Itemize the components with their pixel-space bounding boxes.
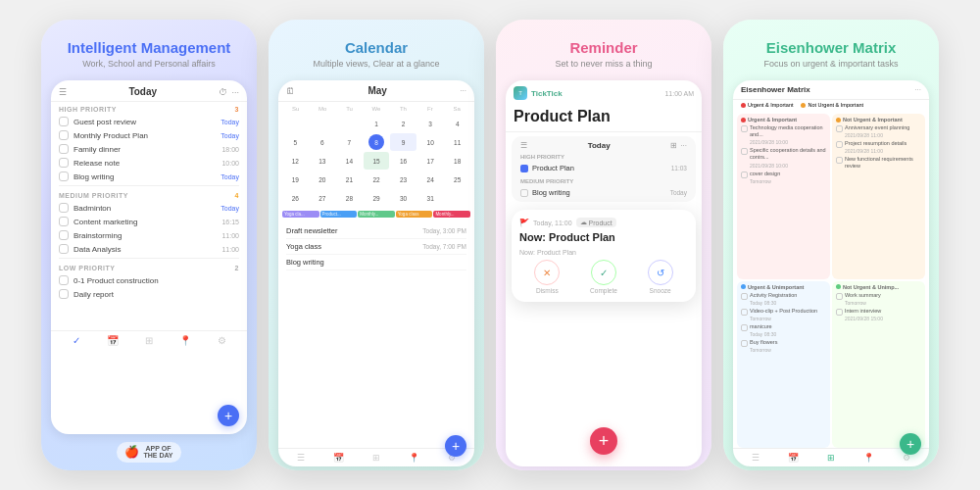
cal-cell[interactable]: 17: [417, 152, 444, 170]
add-matrix-task-button[interactable]: +: [900, 433, 921, 455]
matrix-nav-1[interactable]: ☰: [752, 453, 760, 463]
cal-cell[interactable]: 16: [390, 152, 416, 170]
cal-cell[interactable]: 6: [310, 133, 336, 151]
q2-task: Project resumption details 2021/09/28 11…: [836, 140, 921, 154]
day-tu: Tu: [336, 105, 363, 113]
cal-cell[interactable]: 30: [390, 189, 416, 207]
nav-icon-2[interactable]: 📅: [333, 453, 344, 463]
cal-more-icon: ···: [460, 86, 466, 95]
legend-not-urgent-important: Not Urgent & Important: [801, 102, 863, 108]
cal-cell[interactable]: 11: [444, 133, 470, 151]
more-icon: ···: [231, 87, 239, 97]
cal-cell[interactable]: 22: [364, 171, 390, 188]
nav-gear-icon[interactable]: ⚙: [218, 335, 226, 346]
cal-cell[interactable]: 5: [282, 133, 309, 151]
q1-checkbox[interactable]: [741, 125, 748, 132]
complete-button[interactable]: ✓ Complete: [590, 260, 617, 294]
cal-cell-today[interactable]: 8: [368, 134, 384, 150]
add-event-button[interactable]: +: [445, 435, 466, 457]
task-checkbox[interactable]: [59, 117, 69, 126]
task-checkbox[interactable]: [59, 158, 69, 168]
card-4-screen: Eisenhower Matrix ··· Urgent & Important…: [733, 80, 929, 466]
matrix-nav-2[interactable]: 📅: [788, 453, 799, 463]
reminder-fab[interactable]: +: [590, 427, 617, 455]
q3-checkbox[interactable]: [741, 309, 748, 316]
q3-checkbox[interactable]: [741, 340, 748, 347]
cal-cell[interactable]: 28: [336, 189, 363, 207]
q1-task: Technology media cooperation and... 2021…: [741, 124, 826, 145]
cal-cell[interactable]: 26: [282, 189, 309, 207]
task-checkbox[interactable]: [59, 230, 69, 240]
q3-checkbox[interactable]: [741, 324, 748, 331]
q2-checkbox[interactable]: [836, 125, 843, 132]
q4-checkbox[interactable]: [836, 293, 843, 300]
task-checkbox[interactable]: [59, 217, 69, 226]
task-checkbox[interactable]: [59, 275, 69, 285]
cal-cell[interactable]: 3: [417, 115, 444, 132]
q1-checkbox[interactable]: [741, 148, 748, 155]
q3-task-time: Tomorrow: [750, 347, 777, 353]
cal-cell[interactable]: 2: [390, 115, 416, 132]
cal-cell[interactable]: 14: [336, 152, 363, 170]
matrix-nav-3[interactable]: ⊞: [827, 453, 835, 463]
day-fr: Fr: [416, 105, 443, 113]
cal-cell[interactable]: 24: [417, 171, 444, 188]
cal-cell[interactable]: 12: [282, 152, 309, 170]
nav-loc-icon[interactable]: 📍: [179, 335, 191, 346]
q1-task: Specific cooperation details and contrs.…: [741, 147, 826, 168]
task-checkbox[interactable]: [59, 289, 69, 299]
q4-checkbox[interactable]: [836, 309, 843, 316]
task-checkbox[interactable]: [59, 203, 69, 213]
cal-cell[interactable]: 21: [336, 171, 363, 188]
quadrant-not-urgent-unimportant: Not Urgent & Unimp... Work summary Tomor…: [832, 281, 925, 448]
cal-cell[interactable]: 4: [444, 115, 470, 132]
nav-icon-4[interactable]: 📍: [409, 453, 419, 463]
cal-cell[interactable]: 27: [310, 189, 336, 207]
task-checkbox[interactable]: [59, 244, 69, 254]
task-time: 18:00: [221, 146, 239, 153]
nav-icon-1[interactable]: ☰: [297, 453, 305, 463]
q3-checkbox[interactable]: [741, 293, 748, 300]
cal-cell[interactable]: 18: [444, 152, 470, 170]
reminder-add-icon[interactable]: +: [590, 427, 617, 455]
cal-cell[interactable]: 9: [390, 133, 416, 151]
complete-circle[interactable]: ✓: [591, 260, 616, 285]
task-checkbox[interactable]: [59, 144, 69, 154]
nav-icon-3[interactable]: ⊞: [372, 453, 380, 463]
cal-cell[interactable]: [310, 115, 336, 132]
cal-cell[interactable]: 29: [364, 189, 390, 207]
tag-label: Product: [589, 220, 612, 226]
matrix-nav-4[interactable]: 📍: [863, 453, 874, 463]
cal-cell[interactable]: [336, 115, 363, 132]
q1-checkbox[interactable]: [741, 172, 748, 178]
task-checkbox[interactable]: [59, 130, 69, 140]
cal-cell[interactable]: 25: [444, 171, 470, 188]
cal-cell[interactable]: [444, 189, 470, 207]
task-checkbox[interactable]: [520, 189, 528, 197]
cal-cell[interactable]: 15: [364, 152, 390, 170]
task-text: Daily report: [74, 290, 239, 299]
q2-checkbox[interactable]: [836, 157, 843, 164]
cal-cell[interactable]: 10: [417, 133, 444, 151]
add-task-button[interactable]: +: [218, 405, 239, 426]
snooze-circle[interactable]: ↺: [648, 260, 673, 285]
cal-cell[interactable]: 19: [282, 171, 309, 188]
nav-four-icon[interactable]: ⊞: [145, 335, 153, 346]
cal-cell[interactable]: 20: [310, 171, 336, 188]
cal-cell[interactable]: [282, 115, 309, 132]
cal-cell[interactable]: 31: [417, 189, 444, 207]
task-checkbox[interactable]: [59, 172, 69, 181]
cal-cell[interactable]: 13: [310, 152, 336, 170]
medium-priority-section: MEDIUM PRIORITY: [514, 176, 693, 186]
cal-cell[interactable]: 7: [336, 133, 363, 151]
cal-cell[interactable]: 23: [390, 171, 416, 188]
cal-cell[interactable]: 1: [364, 115, 390, 132]
card-calendar: Calendar Multiple views, Clear at a glan…: [269, 20, 484, 470]
dismiss-button[interactable]: ✕ Dismiss: [534, 260, 560, 294]
nav-cal-icon[interactable]: 📅: [107, 335, 119, 346]
reminder-action-buttons: ✕ Dismiss ✓ Complete ↺ Snooze: [519, 260, 688, 294]
snooze-button[interactable]: ↺ Snooze: [648, 260, 673, 294]
dismiss-circle[interactable]: ✕: [534, 260, 560, 285]
nav-tasks-icon[interactable]: ✓: [73, 335, 80, 346]
q2-checkbox[interactable]: [836, 141, 843, 148]
